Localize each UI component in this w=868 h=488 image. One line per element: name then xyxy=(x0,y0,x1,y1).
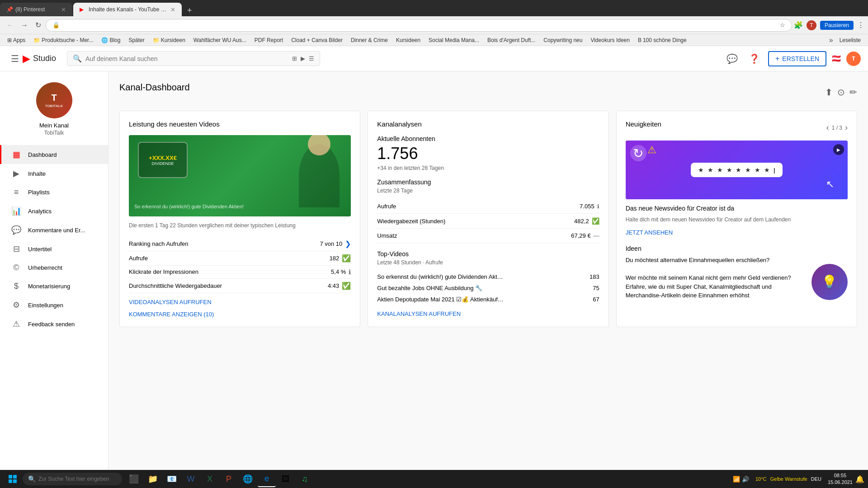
forward-button[interactable]: → xyxy=(18,19,31,31)
pause-button[interactable]: Pausieren xyxy=(820,21,854,30)
bookmark-icon-2: 🌐 xyxy=(101,37,108,43)
bookmark-bois[interactable]: Bois d'Argent Duft... xyxy=(484,36,539,44)
weather-status: Gelbe Warnstufe xyxy=(770,476,807,482)
bookmark-100[interactable]: B 100 schöne Dinge xyxy=(634,36,690,44)
comments-link[interactable]: KOMMENTARE ANZEIGEN (10) xyxy=(129,311,214,318)
am-umsatz-label: Umsatz xyxy=(377,232,397,239)
sidebar-item-einstellungen[interactable]: ⚙ Einstellungen xyxy=(0,296,108,314)
sidebar-item-feedback[interactable]: ⚠ Feedback senden xyxy=(0,314,108,333)
top-video-1-title: So erkennst du (wirklich!) gute Dividend… xyxy=(377,273,504,280)
system-icons: 📶 🔊 xyxy=(733,476,749,483)
bookmark-produktsuche[interactable]: 📁 Produktsuche - Mer... xyxy=(30,36,97,44)
sidebar-item-monetarisierung[interactable]: $ Monetarisierung xyxy=(0,277,108,296)
tab-pinterest[interactable]: 📌 (8) Pinterest ✕ xyxy=(0,3,72,16)
start-button[interactable] xyxy=(4,471,22,487)
address-bar[interactable]: 🔒 studio.youtube.com/channel/UC6N5u-OiGz… xyxy=(46,19,792,32)
sidebar-item-urheberrecht[interactable]: © Urheberrecht xyxy=(0,258,108,277)
star-icon[interactable]: ☆ xyxy=(780,22,785,28)
metric-klickrate-label: Klickrate der Impressionen xyxy=(129,268,198,275)
news-next-button[interactable]: › xyxy=(845,123,848,132)
menu-button[interactable]: ☰ xyxy=(7,50,23,68)
user-avatar[interactable]: T xyxy=(846,52,861,66)
reload-button[interactable]: ↻ xyxy=(33,19,44,31)
tab-close-1[interactable]: ✕ xyxy=(61,6,66,13)
analytics-card-title: Kanalanalysen xyxy=(377,120,599,128)
upload-icon[interactable]: ⬆ xyxy=(825,87,833,98)
bookmark-social[interactable]: Social Media Mana... xyxy=(425,36,483,44)
taskbar-word[interactable]: W xyxy=(182,471,200,487)
search-container: 🔍 ⊞ ▶ ☰ xyxy=(67,51,320,66)
sidebar-label-feedback: Feedback senden xyxy=(28,321,75,328)
light-bulb-icon: 💡 xyxy=(821,274,837,289)
bookmark-copy[interactable]: Copywriting neu xyxy=(540,36,586,44)
task-view-icon: ⬛ xyxy=(129,474,139,484)
tab-youtube-studio[interactable]: ▶ Inhalte des Kanals - YouTube St... ✕ xyxy=(73,3,182,16)
file-explorer-icon: 📁 xyxy=(148,474,158,484)
new-tab-button[interactable]: + xyxy=(183,6,197,15)
search-input[interactable] xyxy=(85,55,288,62)
sidebar-item-untertitel[interactable]: ⊟ Untertitel xyxy=(0,239,108,258)
top-video-3: Aktien Depotupdate Mai 2021 ☑💰 Aktienkäu… xyxy=(377,294,599,305)
create-label: ERSTELLEN xyxy=(782,55,819,62)
bookmark-canva[interactable]: Cload + Canva Bilder xyxy=(288,36,346,44)
top-video-1-count: 183 xyxy=(590,273,599,280)
back-button[interactable]: ← xyxy=(4,19,16,31)
settings-icon[interactable]: ⋮ xyxy=(857,21,864,29)
bookmark-kursideen1[interactable]: 📁 Kursideen xyxy=(149,36,189,44)
bookmark-dinner[interactable]: Dinner & Crime xyxy=(347,36,392,44)
bookmarks-more[interactable]: » xyxy=(829,36,833,44)
taskbar-chrome[interactable]: 🌐 xyxy=(239,471,257,487)
top-video-2-title: Gut bezahlte Jobs OHNE Ausbildung 🔧 xyxy=(377,285,504,291)
notification-button[interactable]: 🔔 xyxy=(855,475,864,483)
taskbar-excel[interactable]: X xyxy=(201,471,219,487)
sidebar-item-analytics[interactable]: 📊 Analytics xyxy=(0,202,108,221)
bookmark-blog[interactable]: 🌐 Blog xyxy=(98,36,124,44)
kanal-analytics-link[interactable]: KANALANALYSEN AUFRUFEN xyxy=(377,310,461,317)
playlists-icon: ≡ xyxy=(11,188,22,197)
tab-close-2[interactable]: ✕ xyxy=(170,6,175,13)
video-thumbnail[interactable]: +XXX.XX€ DIVIDENDE So erkennst du (wirkl… xyxy=(129,135,351,216)
bookmark-kursideen2[interactable]: Kursideen xyxy=(392,36,424,44)
create-button[interactable]: + ERSTELLEN xyxy=(768,51,826,66)
weather-temp: 10°C xyxy=(755,476,767,482)
live-icon[interactable]: ⊙ xyxy=(837,87,845,98)
bookmark-apps[interactable]: ⊞ Apps xyxy=(4,36,29,44)
taskbar-search-input[interactable] xyxy=(38,476,117,482)
am-umsatz-num: 67,29 € xyxy=(571,232,590,239)
help-button[interactable]: ❓ xyxy=(746,51,763,67)
news-page-indicator: 1 / 3 xyxy=(832,125,842,131)
notifications-button[interactable]: 💬 xyxy=(724,51,741,67)
edit-icon[interactable]: ✏ xyxy=(849,87,857,98)
news-watch-link[interactable]: JETZT ANSEHEN xyxy=(626,229,673,236)
taskbar-powerpoint[interactable]: P xyxy=(220,471,238,487)
news-prev-button[interactable]: ‹ xyxy=(826,123,829,132)
subscribers-delta: +34 in den letzten 28 Tagen xyxy=(377,165,599,171)
taskbar-edge[interactable]: e xyxy=(258,471,276,487)
sidebar-item-playlists[interactable]: ≡ Playlists xyxy=(0,183,108,202)
extensions-icon[interactable]: 🧩 xyxy=(794,21,803,29)
taskbar-photos[interactable]: 🖼 xyxy=(277,471,295,487)
taskbar-mail[interactable]: 📧 xyxy=(163,471,181,487)
taskbar-task-view[interactable]: ⬛ xyxy=(125,471,143,487)
bookmark-pdf[interactable]: PDF Report xyxy=(251,36,287,44)
address-input[interactable]: studio.youtube.com/channel/UC6N5u-OiGz_u… xyxy=(62,22,777,28)
bookmark-videokurs[interactable]: Videokurs Ideen xyxy=(587,36,633,44)
photos-icon: 🖼 xyxy=(282,474,290,484)
sidebar-item-dashboard[interactable]: ▦ Dashboard xyxy=(0,145,108,164)
taskbar-file-explorer[interactable]: 📁 xyxy=(144,471,162,487)
taskbar-apps: ⬛ 📁 📧 W X P 🌐 e 🖼 ♫ xyxy=(125,471,314,487)
metric-wiedergabe: Durchschnittliche Wiedergabedauer 4:43 ✅ xyxy=(129,279,351,293)
taskbar-search[interactable]: 🔍 xyxy=(23,473,122,485)
sidebar-item-kommentare[interactable]: 💬 Kommentare und Er... xyxy=(0,221,108,239)
taskbar-clock[interactable]: 08:55 15.06.2021 xyxy=(828,472,853,486)
top-video-2-count: 75 xyxy=(593,285,599,291)
subscribers-count: 1.756 xyxy=(377,144,599,163)
ideas-title: Ideen xyxy=(626,245,848,252)
bookmark-spaeter[interactable]: Später xyxy=(125,36,148,44)
bookmark-leseliste[interactable]: Leseliste xyxy=(836,36,864,44)
bookmark-wahlfaech[interactable]: Wahlfächer WU Aus... xyxy=(190,36,250,44)
taskbar-spotify[interactable]: ♫ xyxy=(296,471,314,487)
profile-icon[interactable]: T xyxy=(807,20,816,30)
video-analytics-link[interactable]: VIDEOANALYSEN AUFRUFEN xyxy=(129,299,212,305)
sidebar-item-inhalte[interactable]: ▶ Inhalte xyxy=(0,164,108,183)
